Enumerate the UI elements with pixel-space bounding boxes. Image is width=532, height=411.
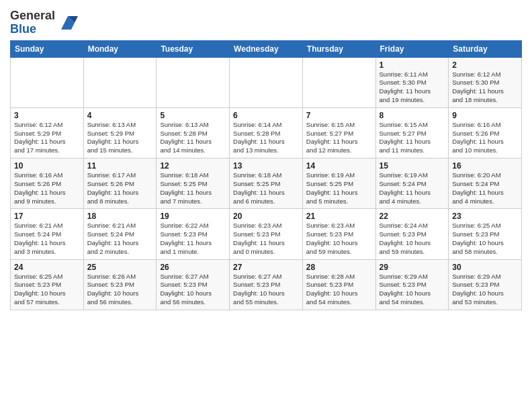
day-detail: Sunrise: 6:12 AM Sunset: 5:30 PM Dayligh…: [452, 71, 518, 105]
day-detail: Sunrise: 6:11 AM Sunset: 5:30 PM Dayligh…: [380, 71, 445, 105]
calendar-week-row: 17Sunrise: 6:21 AM Sunset: 5:24 PM Dayli…: [11, 209, 522, 259]
day-number: 16: [452, 161, 518, 171]
calendar-cell: 1Sunrise: 6:11 AM Sunset: 5:30 PM Daylig…: [375, 57, 449, 107]
calendar-week-row: 3Sunrise: 6:12 AM Sunset: 5:29 PM Daylig…: [11, 107, 522, 158]
logo: General Blue: [10, 9, 78, 36]
day-detail: Sunrise: 6:28 AM Sunset: 5:23 PM Dayligh…: [306, 273, 372, 307]
day-detail: Sunrise: 6:15 AM Sunset: 5:27 PM Dayligh…: [306, 121, 372, 155]
day-number: 9: [452, 111, 518, 120]
calendar-cell: 27Sunrise: 6:27 AM Sunset: 5:23 PM Dayli…: [230, 259, 303, 310]
day-detail: Sunrise: 6:25 AM Sunset: 5:23 PM Dayligh…: [14, 273, 80, 307]
day-number: 6: [233, 111, 299, 120]
calendar-week-row: 1Sunrise: 6:11 AM Sunset: 5:30 PM Daylig…: [11, 57, 522, 107]
calendar-cell: [302, 57, 375, 107]
day-number: 22: [380, 212, 445, 221]
calendar-cell: 2Sunrise: 6:12 AM Sunset: 5:30 PM Daylig…: [449, 57, 522, 107]
calendar-cell: 3Sunrise: 6:12 AM Sunset: 5:29 PM Daylig…: [11, 107, 84, 158]
day-detail: Sunrise: 6:19 AM Sunset: 5:25 PM Dayligh…: [306, 171, 372, 205]
day-detail: Sunrise: 6:18 AM Sunset: 5:25 PM Dayligh…: [233, 171, 299, 205]
calendar-cell: [11, 57, 84, 107]
weekday-header: Tuesday: [157, 40, 230, 57]
day-detail: Sunrise: 6:13 AM Sunset: 5:28 PM Dayligh…: [160, 121, 226, 155]
day-detail: Sunrise: 6:14 AM Sunset: 5:28 PM Dayligh…: [233, 121, 299, 155]
day-number: 3: [14, 111, 80, 120]
weekday-header: Sunday: [11, 40, 84, 57]
weekday-header: Friday: [375, 40, 449, 57]
day-number: 26: [160, 263, 226, 272]
calendar-cell: 15Sunrise: 6:19 AM Sunset: 5:24 PM Dayli…: [375, 158, 449, 209]
calendar-week-row: 10Sunrise: 6:16 AM Sunset: 5:26 PM Dayli…: [11, 158, 522, 209]
calendar-header: SundayMondayTuesdayWednesdayThursdayFrid…: [11, 40, 522, 57]
day-number: 27: [233, 263, 299, 272]
day-detail: Sunrise: 6:12 AM Sunset: 5:29 PM Dayligh…: [14, 121, 80, 155]
day-detail: Sunrise: 6:16 AM Sunset: 5:26 PM Dayligh…: [14, 171, 80, 205]
calendar-body: 1Sunrise: 6:11 AM Sunset: 5:30 PM Daylig…: [11, 57, 522, 310]
calendar-cell: 16Sunrise: 6:20 AM Sunset: 5:24 PM Dayli…: [449, 158, 522, 209]
calendar-cell: [83, 57, 157, 107]
day-detail: Sunrise: 6:20 AM Sunset: 5:24 PM Dayligh…: [452, 171, 518, 205]
day-number: 15: [380, 161, 445, 171]
calendar-cell: 22Sunrise: 6:24 AM Sunset: 5:23 PM Dayli…: [375, 209, 449, 259]
weekday-header: Saturday: [449, 40, 522, 57]
calendar-cell: 18Sunrise: 6:21 AM Sunset: 5:24 PM Dayli…: [83, 209, 157, 259]
day-number: 5: [160, 111, 226, 120]
calendar-cell: 8Sunrise: 6:15 AM Sunset: 5:27 PM Daylig…: [375, 107, 449, 158]
calendar-cell: 28Sunrise: 6:28 AM Sunset: 5:23 PM Dayli…: [302, 259, 375, 310]
calendar-cell: 9Sunrise: 6:16 AM Sunset: 5:26 PM Daylig…: [449, 107, 522, 158]
day-detail: Sunrise: 6:21 AM Sunset: 5:24 PM Dayligh…: [14, 222, 80, 256]
day-number: 1: [380, 60, 445, 70]
weekday-header: Thursday: [302, 40, 375, 57]
day-number: 21: [306, 212, 372, 221]
logo-text: General Blue: [10, 9, 55, 36]
calendar-table: SundayMondayTuesdayWednesdayThursdayFrid…: [10, 40, 522, 310]
day-number: 10: [14, 161, 80, 171]
calendar-cell: 17Sunrise: 6:21 AM Sunset: 5:24 PM Dayli…: [11, 209, 84, 259]
calendar-cell: 13Sunrise: 6:18 AM Sunset: 5:25 PM Dayli…: [230, 158, 303, 209]
calendar-cell: 5Sunrise: 6:13 AM Sunset: 5:28 PM Daylig…: [157, 107, 230, 158]
day-number: 14: [306, 161, 372, 171]
calendar-cell: 29Sunrise: 6:29 AM Sunset: 5:23 PM Dayli…: [375, 259, 449, 310]
day-number: 24: [14, 263, 80, 272]
day-detail: Sunrise: 6:25 AM Sunset: 5:23 PM Dayligh…: [452, 222, 518, 256]
calendar-cell: 14Sunrise: 6:19 AM Sunset: 5:25 PM Dayli…: [302, 158, 375, 209]
day-number: 19: [160, 212, 226, 221]
calendar-cell: [157, 57, 230, 107]
day-number: 12: [160, 161, 226, 171]
calendar-cell: 26Sunrise: 6:27 AM Sunset: 5:23 PM Dayli…: [157, 259, 230, 310]
day-number: 8: [380, 111, 445, 120]
logo-general: General: [10, 9, 55, 23]
calendar-cell: 23Sunrise: 6:25 AM Sunset: 5:23 PM Dayli…: [449, 209, 522, 259]
calendar-week-row: 24Sunrise: 6:25 AM Sunset: 5:23 PM Dayli…: [11, 259, 522, 310]
weekday-header: Wednesday: [230, 40, 303, 57]
day-number: 20: [233, 212, 299, 221]
day-detail: Sunrise: 6:24 AM Sunset: 5:23 PM Dayligh…: [380, 222, 445, 256]
day-detail: Sunrise: 6:26 AM Sunset: 5:23 PM Dayligh…: [87, 273, 153, 307]
day-detail: Sunrise: 6:29 AM Sunset: 5:23 PM Dayligh…: [380, 273, 445, 307]
calendar-cell: 20Sunrise: 6:23 AM Sunset: 5:23 PM Dayli…: [230, 209, 303, 259]
page-container: General Blue SundayMondayTuesdayWednesda…: [0, 0, 532, 314]
calendar-cell: 25Sunrise: 6:26 AM Sunset: 5:23 PM Dayli…: [83, 259, 157, 310]
calendar-cell: 30Sunrise: 6:29 AM Sunset: 5:23 PM Dayli…: [449, 259, 522, 310]
day-detail: Sunrise: 6:23 AM Sunset: 5:23 PM Dayligh…: [306, 222, 372, 256]
day-detail: Sunrise: 6:16 AM Sunset: 5:26 PM Dayligh…: [452, 121, 518, 155]
day-detail: Sunrise: 6:27 AM Sunset: 5:23 PM Dayligh…: [160, 273, 226, 307]
day-detail: Sunrise: 6:17 AM Sunset: 5:26 PM Dayligh…: [87, 171, 153, 205]
day-number: 29: [380, 263, 445, 272]
day-number: 25: [87, 263, 153, 272]
calendar-cell: 19Sunrise: 6:22 AM Sunset: 5:23 PM Dayli…: [157, 209, 230, 259]
day-detail: Sunrise: 6:19 AM Sunset: 5:24 PM Dayligh…: [380, 171, 445, 205]
day-number: 17: [14, 212, 80, 221]
day-number: 2: [452, 60, 518, 70]
day-number: 30: [452, 263, 518, 272]
day-detail: Sunrise: 6:13 AM Sunset: 5:29 PM Dayligh…: [87, 121, 153, 155]
calendar-cell: 4Sunrise: 6:13 AM Sunset: 5:29 PM Daylig…: [83, 107, 157, 158]
calendar-cell: 7Sunrise: 6:15 AM Sunset: 5:27 PM Daylig…: [302, 107, 375, 158]
page-header: General Blue: [10, 7, 522, 36]
day-detail: Sunrise: 6:21 AM Sunset: 5:24 PM Dayligh…: [87, 222, 153, 256]
calendar-cell: 12Sunrise: 6:18 AM Sunset: 5:25 PM Dayli…: [157, 158, 230, 209]
day-number: 28: [306, 263, 372, 272]
day-number: 7: [306, 111, 372, 120]
calendar-cell: 24Sunrise: 6:25 AM Sunset: 5:23 PM Dayli…: [11, 259, 84, 310]
calendar-cell: [230, 57, 303, 107]
day-number: 13: [233, 161, 299, 171]
